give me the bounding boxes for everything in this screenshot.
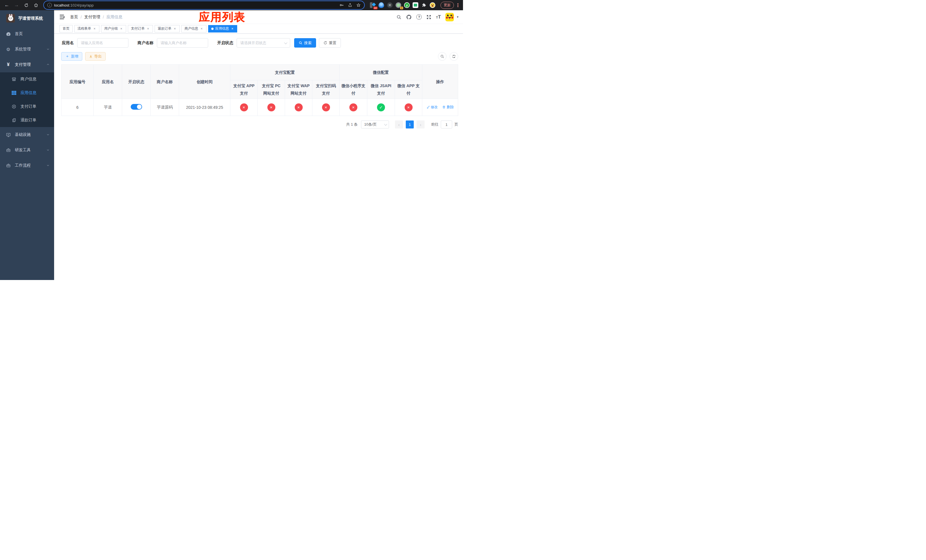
profile-avatar[interactable] — [430, 2, 436, 8]
col-header-alipay-app: 支付宝 APP 支付 — [230, 80, 258, 99]
breadcrumb-home[interactable]: 首页 — [70, 15, 78, 20]
table-toolbar: ＋ 新增 导出 — [61, 52, 458, 61]
cell-actions: 修改 删除 — [422, 99, 458, 116]
sidebar-menu: 首页 ⚙ 系统管理 ¥ 支付管理 — [0, 26, 54, 280]
search-icon[interactable] — [396, 15, 401, 20]
close-icon[interactable]: × — [173, 27, 177, 31]
tab-label: 商户信息 — [185, 26, 198, 31]
close-icon[interactable]: × — [146, 27, 150, 31]
edit-link[interactable]: 修改 — [427, 105, 438, 110]
tab-merchant-info[interactable]: 商户信息× — [182, 25, 206, 32]
status-select[interactable]: 请选择开启状态 — [237, 38, 290, 48]
browser-forward-icon[interactable]: → — [12, 1, 21, 9]
search-icon — [299, 41, 303, 45]
close-icon[interactable]: × — [93, 27, 96, 31]
tab-user-group[interactable]: 用户分组× — [101, 25, 126, 32]
url-text: localhost:1024/pay/app — [54, 3, 337, 8]
bookmark-star-icon[interactable] — [356, 3, 361, 8]
browser-home-icon[interactable] — [32, 1, 40, 9]
help-icon[interactable]: ? — [416, 14, 422, 20]
extensions-area: 10 ⌘ 1 y — [370, 2, 436, 8]
sidebar-item-system[interactable]: ⚙ 系统管理 — [0, 42, 54, 57]
goto-page-input[interactable] — [441, 121, 452, 129]
delete-link[interactable]: 删除 — [442, 105, 454, 110]
sidebar-item-refund-orders[interactable]: 退款订单 — [0, 114, 54, 127]
browser-back-icon[interactable]: ← — [3, 1, 11, 9]
browser-reload-icon[interactable] — [22, 1, 30, 9]
tab-process-form[interactable]: 流程表单× — [74, 25, 99, 32]
tab-pay-orders[interactable]: 支付订单× — [128, 25, 153, 32]
search-button[interactable]: 搜索 — [294, 38, 316, 48]
delete-link-label: 删除 — [446, 105, 454, 110]
browser-menu-icon[interactable]: ••• — [455, 3, 460, 8]
user-avatar[interactable] — [445, 13, 454, 21]
github-icon[interactable] — [406, 14, 412, 20]
sidebar-item-merchant-info[interactable]: 商户信息 — [0, 73, 54, 86]
merchant-name-input[interactable] — [157, 38, 208, 48]
status-icon: × — [350, 103, 357, 111]
tab-home[interactable]: 首页 — [59, 25, 73, 32]
extension-command-icon[interactable]: ⌘ — [387, 2, 393, 8]
sidebar-item-infrastructure[interactable]: 基础设施 — [0, 127, 54, 142]
font-size-icon[interactable]: TT — [436, 14, 441, 20]
app-name-input[interactable] — [77, 38, 129, 48]
sidebar-item-label: 支付订单 — [21, 104, 36, 109]
sidebar-item-home[interactable]: 首页 — [0, 26, 54, 42]
navbar-actions: ? TT ▾ — [396, 13, 458, 21]
chevron-down-icon — [284, 41, 287, 44]
prev-page-button[interactable]: ‹ — [395, 121, 403, 129]
sidebar-item-label: 商户信息 — [21, 77, 36, 82]
status-icon: × — [295, 103, 303, 111]
status-toggle[interactable] — [131, 104, 142, 110]
page-annotation: 应用列表 — [199, 9, 245, 25]
site-info-icon[interactable]: i — [47, 3, 52, 8]
col-header-alipay-wap: 支付宝 WAP 网站支付 — [285, 80, 312, 99]
hamburger-icon[interactable] — [59, 14, 65, 20]
share-icon[interactable] — [348, 3, 352, 8]
browser-update-button[interactable]: 更新 — [440, 2, 454, 9]
password-key-icon[interactable] — [339, 3, 344, 8]
page-size-value: 10条/页 — [364, 122, 377, 127]
sidebar: 芋道管理系统 首页 ⚙ 系统管理 ¥ 支付 — [0, 10, 54, 280]
col-header-app-name: 应用名 — [94, 65, 122, 99]
breadcrumb-section[interactable]: 支付管理 — [84, 15, 100, 20]
refresh-icon — [452, 54, 456, 58]
toggle-search-button[interactable] — [438, 52, 446, 61]
sidebar-item-dev-tools[interactable]: 研发工具 — [0, 142, 54, 158]
tab-refund-orders[interactable]: 退款订单× — [154, 25, 180, 32]
sidebar-item-pay-orders[interactable]: 支付订单 — [0, 100, 54, 114]
refresh-table-button[interactable] — [449, 52, 458, 61]
page-size-select[interactable]: 10条/页 — [361, 121, 389, 129]
close-icon[interactable]: × — [120, 27, 123, 31]
extension-pins-icon[interactable]: 10 — [370, 2, 375, 8]
payment-submenu: 商户信息 应用信息 支付订单 — [0, 73, 54, 127]
extension-y-icon[interactable]: y — [404, 2, 410, 8]
extension-recorder-icon[interactable]: 1 — [395, 2, 401, 8]
close-icon[interactable]: × — [231, 27, 234, 31]
tab-app-info[interactable]: 应用信息× — [208, 25, 237, 32]
next-page-button[interactable]: › — [416, 121, 425, 129]
status-icon: × — [322, 103, 330, 111]
status-icon: × — [267, 103, 275, 111]
app-name-label: 应用名 — [62, 41, 74, 45]
shop-icon — [11, 77, 17, 82]
extensions-puzzle-icon[interactable] — [421, 2, 427, 8]
sidebar-item-payment[interactable]: ¥ 支付管理 — [0, 57, 54, 73]
sidebar-item-label: 系统管理 — [15, 47, 42, 52]
address-bar[interactable]: i localhost:1024/pay/app — [44, 1, 364, 9]
sidebar-item-app-info[interactable]: 应用信息 — [0, 86, 54, 100]
fullscreen-icon[interactable] — [426, 15, 431, 20]
add-button[interactable]: ＋ 新增 — [61, 52, 82, 61]
sidebar-item-workflow[interactable]: 工作流程 — [0, 158, 54, 173]
chevron-down-icon — [47, 132, 50, 137]
screen: ← → i localhost:1024/pay/app — [0, 0, 463, 280]
sidebar-logo[interactable]: 芋道管理系统 — [0, 10, 54, 26]
close-icon[interactable]: × — [200, 27, 203, 31]
export-button[interactable]: 导出 — [85, 52, 106, 61]
extension-balloon-icon[interactable] — [378, 2, 384, 8]
avatar-caret-icon[interactable]: ▾ — [457, 15, 458, 19]
page-number-button[interactable]: 1 — [406, 121, 414, 129]
extension-chat-icon[interactable] — [413, 2, 418, 8]
trash-icon — [442, 105, 446, 109]
reset-button[interactable]: 重置 — [319, 38, 341, 48]
